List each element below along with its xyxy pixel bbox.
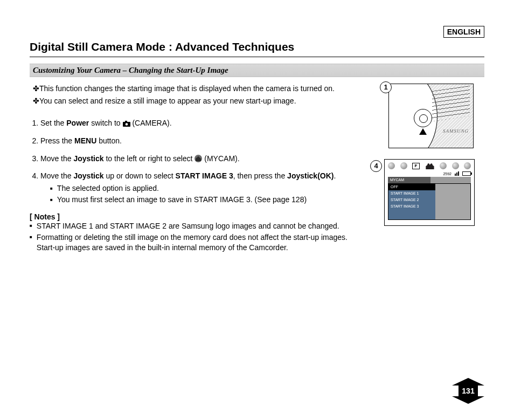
lcd-screen: F 2592 MYCAM: [384, 159, 475, 226]
title-rule: [30, 57, 484, 57]
signal-icon: [455, 171, 459, 176]
resolution-value: 2592: [443, 172, 452, 176]
manual-page: ENGLISH Digital Still Camera Mode : Adva…: [0, 0, 514, 420]
notes-list: START IMAGE 1 and START IMAGE 2 are Sams…: [30, 221, 366, 253]
lcd-tab-bar: MYCAM: [388, 177, 471, 183]
f-mode-icon: F: [412, 163, 420, 169]
menu-preview-area: [435, 184, 470, 219]
bullet-icon: ✤: [30, 96, 39, 106]
page-number: 131: [459, 385, 477, 396]
section-subtitle: Customizing Your Camera – Changing the S…: [30, 64, 484, 77]
language-badge: ENGLISH: [443, 26, 484, 38]
power-dial-icon: [414, 109, 432, 127]
page-number-badge: 131: [452, 378, 484, 404]
step-3: Move the Joystick to the left or right t…: [40, 154, 366, 164]
mode-dot-icon: [452, 162, 459, 169]
battery-icon: [462, 171, 471, 176]
step-4-sub: The selected option is applied.: [50, 183, 366, 194]
intro-block: ✤This function changes the starting imag…: [30, 84, 366, 106]
steps-list: Set the Power switch to (CAMERA). Press …: [30, 118, 366, 205]
step-4-sub: You must first select an image to save i…: [50, 195, 366, 205]
mode-dot-icon: [388, 162, 395, 169]
note-item: START IMAGE 1 and START IMAGE 2 are Sams…: [30, 221, 366, 231]
step-2: Press the MENU button.: [40, 136, 366, 146]
body-text-column: ✤This function changes the starting imag…: [30, 84, 377, 254]
notes-heading: [ Notes ]: [30, 212, 366, 221]
figure-1-power-switch: SAMSUNG 1: [382, 84, 474, 148]
step-badge-1: 1: [380, 81, 392, 93]
step-1: Set the Power switch to (CAMERA).: [40, 118, 366, 128]
camera-icon: [123, 121, 130, 127]
intro-line: This function changes the starting image…: [39, 84, 335, 94]
svg-point-2: [125, 123, 128, 126]
lcd-icon-row: F: [388, 162, 471, 169]
mode-dot-icon: [464, 162, 471, 169]
brand-text: SAMSUNG: [443, 128, 469, 134]
step-badge-4: 4: [370, 160, 382, 172]
lcd-menu-box: OFF START IMAGE 1 START IMAGE 2 START IM…: [388, 183, 471, 220]
mode-dot-icon: [400, 162, 407, 169]
arrow-up-icon: [419, 128, 427, 135]
menu-item-off: OFF: [388, 184, 435, 190]
mode-dot-icon: [440, 162, 447, 169]
inactive-tab-area: [430, 177, 471, 183]
figure-4-lcd-menu: 4 F 2592: [372, 159, 475, 226]
svg-rect-1: [125, 121, 127, 122]
menu-item-start2: START IMAGE 2: [388, 197, 435, 203]
page-title: Digital Still Camera Mode : Advanced Tec…: [30, 40, 484, 53]
active-tab: MYCAM: [388, 177, 430, 183]
menu-item-start3: START IMAGE 3: [388, 203, 435, 210]
figure-column: SAMSUNG 1 4 F: [377, 84, 484, 254]
note-item: Formatting or deleting the still image o…: [30, 232, 366, 253]
mycam-silhouette-icon: [425, 162, 435, 169]
lcd-status-row: 2592: [388, 171, 471, 176]
mycam-icon: [195, 155, 202, 162]
step-4: Move the Joystick up or down to select S…: [40, 171, 366, 205]
intro-line: You can select and resize a still image …: [39, 96, 296, 106]
bullet-icon: ✤: [30, 84, 39, 94]
menu-item-start1: START IMAGE 1: [388, 190, 435, 197]
